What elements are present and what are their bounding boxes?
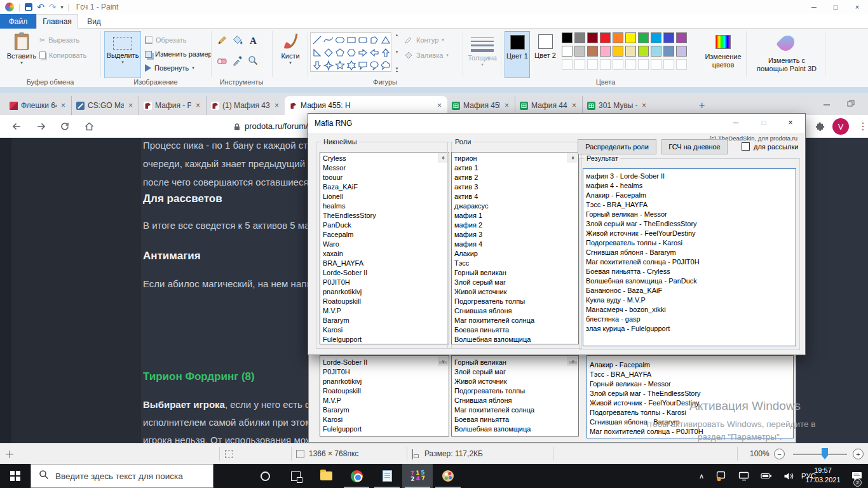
nickname-item[interactable]: toouur <box>323 173 436 182</box>
nickname-item[interactable]: M.V.P <box>323 396 436 405</box>
shape-star-4-icon[interactable] <box>323 59 334 72</box>
cortana-button[interactable] <box>250 464 280 488</box>
dialog-minimize-button[interactable]: ─ <box>722 114 749 132</box>
scrollbar[interactable]: ∨ <box>438 356 448 366</box>
mailing-checkbox-label[interactable]: для рассылки <box>754 143 798 151</box>
browser-tab[interactable]: Мафия 455: Н× <box>285 96 447 115</box>
tab-close-icon[interactable]: × <box>436 101 443 110</box>
back-icon[interactable] <box>11 121 22 134</box>
extensions-puzzle-icon[interactable] <box>815 121 825 134</box>
nickname-item[interactable]: P0JIT0H <box>323 367 436 377</box>
role-item[interactable]: Горный великан <box>454 268 566 278</box>
result-item[interactable]: Манасмерч - bozon_xikki <box>586 305 793 315</box>
palette-swatch-empty[interactable] <box>676 59 687 70</box>
role-item[interactable]: Злой серый маг <box>454 278 566 287</box>
role-item[interactable]: Маг похитителей солнца <box>454 405 566 415</box>
brushes-button[interactable]: Кисти ▾ <box>275 31 306 78</box>
mailing-checkbox[interactable] <box>742 142 750 151</box>
cut-button[interactable]: ✂ Вырезать <box>39 34 79 46</box>
paste-button[interactable]: Вставить ▾ <box>5 31 38 78</box>
tab-home[interactable]: Главная <box>36 14 78 29</box>
role-item[interactable]: Живой источник <box>454 377 566 386</box>
role-item[interactable]: мафия 4 <box>454 240 566 249</box>
zoom-out-button[interactable]: − <box>774 449 785 459</box>
dialog-titlebar[interactable]: Mafia RNG ─ □ × <box>308 114 805 133</box>
notepad-button[interactable] <box>372 464 402 488</box>
shape-rectangle-icon[interactable] <box>346 34 357 46</box>
result-item[interactable]: Злой серый маг - TheEndlessStory <box>590 389 790 398</box>
shape-right-triangle-icon[interactable] <box>311 46 323 59</box>
nickname-item[interactable]: Bararym <box>323 316 436 325</box>
palette-swatch[interactable] <box>663 32 674 43</box>
dialog-close-button[interactable]: × <box>777 114 804 132</box>
role-item[interactable]: Подогреватель толпы <box>454 386 566 396</box>
minimize-button[interactable]: ─ <box>803 0 825 14</box>
volume-tray-icon[interactable] <box>783 464 794 488</box>
role-item[interactable]: Сгнившая яблоня <box>454 306 566 316</box>
dialog-maximize-button[interactable]: □ <box>750 114 777 132</box>
role-item[interactable]: Боевая пиньятта <box>454 415 566 424</box>
tab-file[interactable]: Файл <box>0 14 36 29</box>
palette-swatch[interactable] <box>676 32 687 43</box>
size-button[interactable]: Толщина ▾ <box>465 31 499 78</box>
palette-swatch[interactable] <box>587 32 598 43</box>
paint3d-button[interactable]: Изменить с помощью Paint 3D <box>751 31 822 78</box>
shape-triangle-icon[interactable] <box>380 34 391 46</box>
role-item[interactable]: Подогреватель толпы <box>454 297 566 306</box>
shape-rounded-rectangle-icon[interactable] <box>357 34 369 46</box>
palette-swatch[interactable] <box>587 46 598 57</box>
tab-close-icon[interactable]: × <box>641 101 648 110</box>
shapes-expand-icon[interactable]: ▾ <box>396 66 398 72</box>
shape-star-5-icon[interactable] <box>334 59 346 72</box>
browser-tab[interactable]: Мафия 449 - G× <box>515 96 582 115</box>
network-tray-icon[interactable] <box>738 464 750 488</box>
palette-swatch[interactable] <box>638 46 649 57</box>
battery-tray-icon[interactable] <box>761 464 773 488</box>
browser-tab[interactable]: Мафия 455 - G× <box>447 96 515 115</box>
scroll-down-icon[interactable]: ∨ <box>438 357 448 366</box>
roles-listbox-back[interactable]: ∨ Горный великанЗлой серый магЖивой исто… <box>451 355 579 437</box>
shape-oval-icon[interactable] <box>334 34 346 46</box>
paint-canvas[interactable]: Флешки 64 Гб×CS:GO Matche×Мафия - ProD×(… <box>0 93 868 443</box>
shape-callout-rectangle-icon[interactable] <box>357 59 369 72</box>
tab-close-icon[interactable]: × <box>60 101 67 110</box>
magnifier-icon[interactable] <box>247 54 259 67</box>
shape-callout-oval-icon[interactable] <box>369 59 380 72</box>
zoom-slider-handle[interactable] <box>822 448 828 459</box>
role-item[interactable]: мафия 2 <box>454 220 566 230</box>
tab-close-icon[interactable]: × <box>571 101 578 110</box>
result-item[interactable]: Горный великан - Messor <box>586 210 793 219</box>
role-item[interactable]: Горный великан <box>454 358 566 367</box>
redo-icon[interactable]: ↷ <box>49 3 57 11</box>
zoom-slider-track[interactable] <box>793 454 847 455</box>
zoom-in-button[interactable]: + <box>853 449 864 459</box>
role-item[interactable]: мафия 1 <box>454 211 566 220</box>
nickname-item[interactable]: PanDuck <box>323 220 436 230</box>
result-item[interactable]: Тэсс - BRA_HAYFA <box>590 370 790 379</box>
role-item[interactable]: Тэсс <box>454 259 566 268</box>
scroll-down-icon[interactable]: ∨ <box>568 154 578 163</box>
role-item[interactable]: Сгнившая яблоня <box>454 396 566 405</box>
assign-roles-button[interactable]: Распределить роли <box>578 139 656 154</box>
palette-swatch-empty[interactable] <box>613 59 623 70</box>
scroll-down-icon[interactable]: ∨ <box>438 154 448 163</box>
palette-swatch[interactable] <box>562 46 573 57</box>
palette-swatch-empty[interactable] <box>574 59 585 70</box>
shape-arrow-left-icon[interactable] <box>369 46 380 59</box>
role-item[interactable]: Боевая пиньятта <box>454 325 566 335</box>
tray-expand-icon[interactable]: ∧ <box>699 464 704 488</box>
lock-icon[interactable] <box>233 123 241 134</box>
shape-curve-icon[interactable] <box>323 34 334 46</box>
browser-tab[interactable]: (1) Мафия 439× <box>206 96 285 115</box>
shape-hexagon-icon[interactable] <box>346 46 357 59</box>
start-button[interactable] <box>0 464 31 488</box>
browser-restore-icon[interactable] <box>847 98 855 110</box>
shapes-scroll-down-icon[interactable]: ▾ <box>396 50 398 55</box>
nickname-item[interactable]: P0JIT0H <box>323 278 436 287</box>
nickname-item[interactable]: Baza_KAiF <box>323 182 436 192</box>
nickname-item[interactable]: Lorde-Sober II <box>323 358 436 367</box>
browser-tab[interactable]: 301 Мувы - G× <box>582 96 652 115</box>
palette-swatch[interactable] <box>651 46 661 57</box>
nickname-item[interactable]: BRA_HAYFA <box>323 259 436 268</box>
result-item[interactable]: Маг похитителей солнца - P0JIT0H <box>586 257 793 267</box>
